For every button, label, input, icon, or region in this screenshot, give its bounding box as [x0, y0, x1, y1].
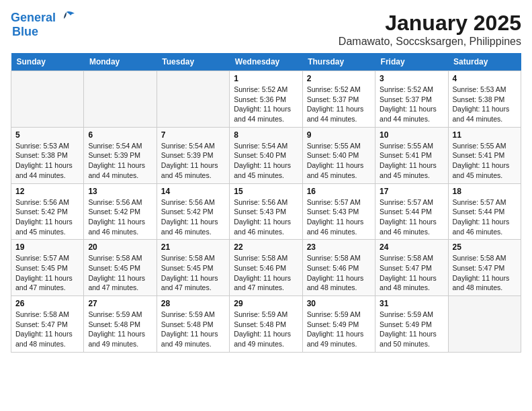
- header: General Blue January 2025 Damawato, Socc…: [11, 11, 521, 48]
- calendar-cell: 1Sunrise: 5:52 AMSunset: 5:36 PMDaylight…: [230, 71, 302, 128]
- calendar-cell: 17Sunrise: 5:57 AMSunset: 5:44 PMDayligh…: [375, 183, 448, 240]
- day-info: Sunrise: 5:55 AMSunset: 5:41 PMDaylight:…: [453, 141, 517, 181]
- calendar-cell: 24Sunrise: 5:58 AMSunset: 5:47 PMDayligh…: [375, 240, 448, 296]
- calendar-cell: 7Sunrise: 5:54 AMSunset: 5:39 PMDaylight…: [157, 127, 229, 183]
- day-number: 15: [234, 187, 298, 196]
- day-info: Sunrise: 5:57 AMSunset: 5:45 PMDaylight:…: [15, 253, 79, 293]
- calendar-cell: 26Sunrise: 5:58 AMSunset: 5:47 PMDayligh…: [11, 296, 84, 353]
- calendar-cell: [157, 71, 229, 128]
- calendar-cell: [11, 71, 84, 128]
- day-number: 23: [307, 242, 371, 252]
- calendar-cell: 29Sunrise: 5:59 AMSunset: 5:48 PMDayligh…: [230, 296, 302, 353]
- day-info: Sunrise: 5:53 AMSunset: 5:38 PMDaylight:…: [453, 85, 517, 124]
- day-number: 2: [307, 74, 371, 83]
- day-number: 27: [88, 299, 152, 308]
- day-info: Sunrise: 5:59 AMSunset: 5:49 PMDaylight:…: [380, 310, 443, 349]
- day-number: 19: [15, 242, 79, 252]
- day-info: Sunrise: 5:56 AMSunset: 5:42 PMDaylight:…: [161, 197, 225, 237]
- day-number: 13: [88, 187, 152, 196]
- calendar-cell: 22Sunrise: 5:58 AMSunset: 5:46 PMDayligh…: [230, 240, 302, 296]
- calendar-cell: 12Sunrise: 5:56 AMSunset: 5:42 PMDayligh…: [11, 183, 84, 240]
- day-info: Sunrise: 5:52 AMSunset: 5:37 PMDaylight:…: [307, 85, 371, 124]
- calendar-cell: 8Sunrise: 5:54 AMSunset: 5:40 PMDaylight…: [230, 127, 302, 183]
- day-number: 3: [380, 74, 443, 83]
- day-number: 16: [307, 187, 371, 196]
- calendar-cell: 28Sunrise: 5:59 AMSunset: 5:48 PMDayligh…: [157, 296, 229, 353]
- day-number: 28: [161, 299, 225, 308]
- calendar-cell: 11Sunrise: 5:55 AMSunset: 5:41 PMDayligh…: [448, 127, 521, 183]
- day-number: 20: [88, 242, 152, 252]
- weekday-header-friday: Friday: [375, 53, 448, 71]
- calendar-title: January 2025: [339, 11, 521, 36]
- day-info: Sunrise: 5:59 AMSunset: 5:48 PMDaylight:…: [161, 310, 225, 349]
- calendar-cell: 27Sunrise: 5:59 AMSunset: 5:48 PMDayligh…: [84, 296, 157, 353]
- day-number: 17: [380, 187, 443, 196]
- day-info: Sunrise: 5:58 AMSunset: 5:47 PMDaylight:…: [380, 253, 443, 293]
- calendar-week-row: 5Sunrise: 5:53 AMSunset: 5:38 PMDaylight…: [11, 127, 521, 183]
- calendar-subtitle: Damawato, Soccsksargen, Philippines: [339, 36, 521, 48]
- calendar-cell: 13Sunrise: 5:56 AMSunset: 5:42 PMDayligh…: [84, 183, 157, 240]
- calendar-week-row: 12Sunrise: 5:56 AMSunset: 5:42 PMDayligh…: [11, 183, 521, 240]
- weekday-header-row: SundayMondayTuesdayWednesdayThursdayFrid…: [11, 53, 521, 71]
- day-number: 5: [15, 130, 79, 140]
- day-info: Sunrise: 5:57 AMSunset: 5:44 PMDaylight:…: [380, 197, 443, 237]
- day-number: 30: [307, 299, 371, 308]
- day-number: 29: [234, 299, 298, 308]
- day-info: Sunrise: 5:56 AMSunset: 5:43 PMDaylight:…: [234, 197, 298, 237]
- day-info: Sunrise: 5:59 AMSunset: 5:48 PMDaylight:…: [88, 310, 152, 349]
- calendar-cell: [448, 296, 521, 353]
- calendar-cell: 5Sunrise: 5:53 AMSunset: 5:38 PMDaylight…: [11, 127, 84, 183]
- day-number: 7: [161, 130, 225, 140]
- day-info: Sunrise: 5:59 AMSunset: 5:48 PMDaylight:…: [234, 310, 298, 349]
- day-info: Sunrise: 5:52 AMSunset: 5:36 PMDaylight:…: [234, 85, 298, 124]
- day-number: 31: [380, 299, 443, 308]
- logo: General Blue: [11, 11, 76, 39]
- calendar-cell: 10Sunrise: 5:55 AMSunset: 5:41 PMDayligh…: [375, 127, 448, 183]
- calendar-cell: 9Sunrise: 5:55 AMSunset: 5:40 PMDaylight…: [302, 127, 375, 183]
- day-info: Sunrise: 5:54 AMSunset: 5:39 PMDaylight:…: [88, 141, 152, 181]
- day-info: Sunrise: 5:55 AMSunset: 5:41 PMDaylight:…: [380, 141, 443, 181]
- day-info: Sunrise: 5:52 AMSunset: 5:37 PMDaylight:…: [380, 85, 443, 124]
- day-info: Sunrise: 5:58 AMSunset: 5:45 PMDaylight:…: [161, 253, 225, 293]
- title-area: January 2025 Damawato, Soccsksargen, Phi…: [339, 11, 521, 48]
- day-number: 18: [453, 187, 517, 196]
- day-info: Sunrise: 5:56 AMSunset: 5:42 PMDaylight:…: [15, 197, 79, 237]
- calendar-cell: 3Sunrise: 5:52 AMSunset: 5:37 PMDaylight…: [375, 71, 448, 128]
- day-info: Sunrise: 5:59 AMSunset: 5:49 PMDaylight:…: [307, 310, 371, 349]
- day-number: 6: [88, 130, 152, 140]
- calendar-week-row: 1Sunrise: 5:52 AMSunset: 5:36 PMDaylight…: [11, 71, 521, 128]
- calendar-cell: [84, 71, 157, 128]
- calendar-cell: 16Sunrise: 5:57 AMSunset: 5:43 PMDayligh…: [302, 183, 375, 240]
- day-number: 8: [234, 130, 298, 140]
- day-number: 9: [307, 130, 371, 140]
- calendar-cell: 14Sunrise: 5:56 AMSunset: 5:42 PMDayligh…: [157, 183, 229, 240]
- logo-bird-icon: [57, 11, 76, 26]
- day-info: Sunrise: 5:56 AMSunset: 5:42 PMDaylight:…: [88, 197, 152, 237]
- day-number: 10: [380, 130, 443, 140]
- calendar-cell: 6Sunrise: 5:54 AMSunset: 5:39 PMDaylight…: [84, 127, 157, 183]
- day-info: Sunrise: 5:54 AMSunset: 5:40 PMDaylight:…: [234, 141, 298, 181]
- calendar-cell: 18Sunrise: 5:57 AMSunset: 5:44 PMDayligh…: [448, 183, 521, 240]
- day-number: 26: [15, 299, 79, 308]
- day-info: Sunrise: 5:57 AMSunset: 5:43 PMDaylight:…: [307, 197, 371, 237]
- day-info: Sunrise: 5:53 AMSunset: 5:38 PMDaylight:…: [15, 141, 79, 181]
- day-number: 1: [234, 74, 298, 83]
- calendar-cell: 25Sunrise: 5:58 AMSunset: 5:47 PMDayligh…: [448, 240, 521, 296]
- day-info: Sunrise: 5:58 AMSunset: 5:47 PMDaylight:…: [453, 253, 517, 293]
- day-info: Sunrise: 5:58 AMSunset: 5:46 PMDaylight:…: [307, 253, 371, 293]
- calendar-cell: 20Sunrise: 5:58 AMSunset: 5:45 PMDayligh…: [84, 240, 157, 296]
- day-info: Sunrise: 5:58 AMSunset: 5:45 PMDaylight:…: [88, 253, 152, 293]
- day-info: Sunrise: 5:58 AMSunset: 5:46 PMDaylight:…: [234, 253, 298, 293]
- logo-general: General: [11, 11, 56, 25]
- weekday-header-sunday: Sunday: [11, 53, 84, 71]
- calendar-cell: 19Sunrise: 5:57 AMSunset: 5:45 PMDayligh…: [11, 240, 84, 296]
- calendar-cell: 23Sunrise: 5:58 AMSunset: 5:46 PMDayligh…: [302, 240, 375, 296]
- weekday-header-thursday: Thursday: [302, 53, 375, 71]
- calendar-cell: 30Sunrise: 5:59 AMSunset: 5:49 PMDayligh…: [302, 296, 375, 353]
- weekday-header-wednesday: Wednesday: [230, 53, 302, 71]
- day-number: 22: [234, 242, 298, 252]
- day-info: Sunrise: 5:58 AMSunset: 5:47 PMDaylight:…: [15, 310, 79, 349]
- calendar-cell: 21Sunrise: 5:58 AMSunset: 5:45 PMDayligh…: [157, 240, 229, 296]
- day-number: 24: [380, 242, 443, 252]
- calendar-cell: 4Sunrise: 5:53 AMSunset: 5:38 PMDaylight…: [448, 71, 521, 128]
